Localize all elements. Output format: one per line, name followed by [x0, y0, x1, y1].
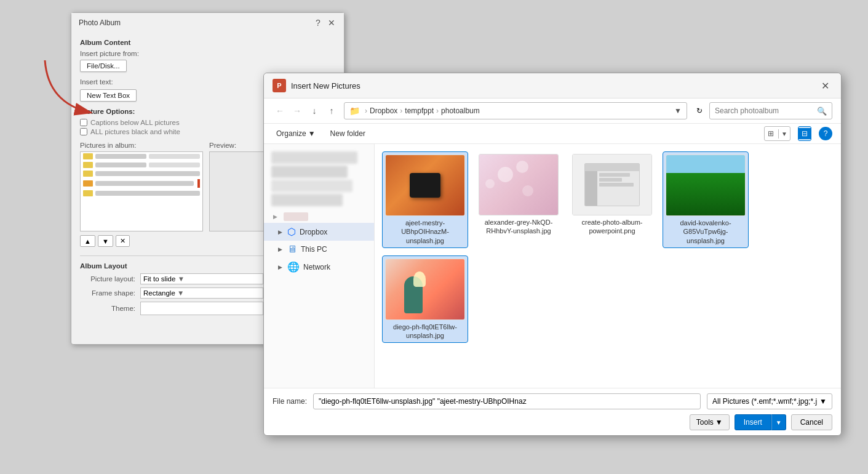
insert-picture-label: Insert picture from:: [80, 50, 335, 57]
insert-button[interactable]: Insert: [735, 414, 771, 430]
filetype-dropdown[interactable]: All Pictures (*.emf;*.wmf;*.jpg;*.j ▼: [707, 393, 832, 409]
network-label: Network: [303, 263, 330, 271]
insert-close-button[interactable]: ✕: [818, 78, 832, 93]
nav-forward-button[interactable]: →: [290, 103, 305, 118]
nav-up-button[interactable]: ↑: [324, 103, 339, 118]
screenshot-thumbnail: [573, 155, 651, 215]
bulb-shape: [413, 271, 426, 287]
new-folder-button[interactable]: New folder: [327, 127, 369, 140]
list-item: [81, 161, 202, 169]
refresh-button[interactable]: ↻: [692, 103, 707, 118]
blackwhite-label: ALL pictures black and white: [90, 128, 180, 135]
mini-bar3: [599, 183, 634, 187]
nav-down-button[interactable]: ↓: [307, 103, 322, 118]
move-down-button[interactable]: ▼: [98, 235, 113, 247]
file-item-screenshot[interactable]: create-photo-album-powerpoint.png: [569, 151, 655, 248]
titlebar-controls: ? ✕: [313, 18, 336, 28]
search-input[interactable]: [715, 106, 817, 115]
frame-shape-label: Frame shape:: [80, 289, 135, 297]
move-up-button[interactable]: ▲: [80, 235, 95, 247]
organize-label: Organize: [276, 129, 306, 138]
frame-shape-dropdown[interactable]: Rectangle ▼: [140, 287, 263, 299]
sidebar-item-network[interactable]: ▶ 🌐 Network: [264, 258, 374, 276]
file-thumbnail-alexander: [479, 154, 559, 215]
blackwhite-checkbox[interactable]: [80, 128, 87, 135]
new-text-box-button[interactable]: New Text Box: [80, 89, 137, 102]
nav-back-button[interactable]: ←: [273, 103, 287, 118]
cancel-button[interactable]: Cancel: [791, 414, 832, 430]
filename-input[interactable]: [313, 393, 701, 409]
file-thumbnail-ajeet: [385, 155, 465, 216]
delete-button[interactable]: ✕: [116, 235, 130, 247]
bokeh-c4: [522, 185, 533, 196]
dialog-title: Photo Album: [79, 18, 121, 27]
picture-layout-value: Fit to slide: [143, 275, 175, 283]
powerpoint-icon: P: [273, 79, 286, 92]
path-tempfppt[interactable]: tempfppt: [405, 106, 434, 115]
dropbox-icon: ⬡: [287, 226, 296, 238]
theme-label: Theme:: [80, 305, 135, 312]
captions-label: Captions below ALL pictures: [90, 119, 180, 126]
file-item-alexander[interactable]: alexander-grey-NkQD-RHhbvY-unsplash.jpg: [476, 151, 562, 248]
forest-trees: [666, 173, 745, 215]
view-list-dropdown[interactable]: ▼: [778, 129, 790, 139]
insert-button-group: Insert ▼: [735, 414, 786, 430]
dialog-titlebar: Photo Album ? ✕: [71, 13, 344, 33]
tools-button[interactable]: Tools ▼: [690, 414, 730, 430]
list-item: [81, 152, 202, 161]
theme-input[interactable]: [140, 302, 263, 315]
path-dropdown-arrow[interactable]: ▼: [674, 106, 682, 115]
frame-shape-value: Rectangle: [143, 289, 175, 297]
thispc-expand-icon: ▶: [276, 246, 284, 253]
picture-layout-label: Picture layout:: [80, 275, 135, 283]
album-content-label: Album Content: [80, 39, 335, 46]
view-large-icon-button[interactable]: ⊟: [798, 126, 811, 141]
picture-layout-dropdown[interactable]: Fit to slide ▼: [140, 273, 263, 284]
file-label-ajeet: ajeet-mestry-UBhpOIHnazM-unsplash.jpg: [385, 219, 465, 245]
sidebar-expand-row: ▶: [264, 211, 374, 223]
sidebar-item-dropbox[interactable]: ▶ ⬡ Dropbox: [264, 223, 374, 241]
sidebar-item-thispc[interactable]: ▶ 🖥 This PC: [264, 241, 374, 258]
bokeh-c1: [498, 167, 513, 182]
file-grid: ajeet-mestry-UBhpOIHnazM-unsplash.jpg al…: [375, 144, 841, 388]
captions-checkbox[interactable]: [80, 119, 87, 126]
file-item-ajeet[interactable]: ajeet-mestry-UBhpOIHnazM-unsplash.jpg: [382, 151, 468, 248]
path-dropbox[interactable]: Dropbox: [370, 106, 397, 115]
filename-label: File name:: [273, 397, 307, 406]
insert-titlebar: P Insert New Pictures ✕: [264, 73, 841, 98]
filetype-value: All Pictures (*.emf;*.wmf;*.jpg;*.j: [712, 397, 817, 406]
tools-dropdown-icon: ▼: [715, 418, 723, 427]
mini-bar1: [599, 173, 630, 177]
close-icon[interactable]: ✕: [327, 18, 336, 28]
thispc-label: This PC: [301, 245, 327, 254]
view-toggle-button[interactable]: ⊞ ▼: [764, 126, 790, 141]
toolbar: Organize ▼ New folder ⊞ ▼ ⊟ ?: [264, 124, 841, 144]
view-large-icon: ⊟: [798, 128, 811, 139]
insert-dropdown-button[interactable]: ▼: [771, 414, 786, 430]
help-icon[interactable]: ?: [313, 18, 323, 28]
file-item-david[interactable]: david-kovalenko-G85VuTpw6jg-unsplash.jpg: [663, 151, 749, 248]
list-item: [81, 178, 202, 189]
expand-icon[interactable]: ▶: [271, 213, 279, 220]
file-label-alexander: alexander-grey-NkQD-RHhbvY-unsplash.jpg: [479, 218, 559, 236]
dropbox-label: Dropbox: [300, 228, 327, 236]
organize-dropdown-icon: ▼: [308, 129, 316, 138]
screenshot-inner: [584, 163, 640, 206]
file-label-diego: diego-ph-flq0tET6llw-unsplash.jpg: [385, 323, 465, 340]
file-label-david: david-kovalenko-G85VuTpw6jg-unsplash.jpg: [666, 219, 746, 245]
network-expand-icon: ▶: [276, 263, 284, 271]
help-button[interactable]: ?: [819, 127, 832, 140]
path-photoalbum[interactable]: photoalbum: [441, 106, 480, 115]
pictures-list[interactable]: [80, 151, 203, 231]
screenshot-body: [585, 171, 639, 206]
file-disk-button[interactable]: File/Disk...: [80, 60, 127, 72]
organize-button[interactable]: Organize ▼: [273, 127, 319, 140]
sidebar-blurred-items: [264, 149, 374, 211]
tv-shape: [410, 173, 440, 198]
file-item-diego[interactable]: diego-ph-flq0tET6llw-unsplash.jpg: [382, 255, 468, 343]
footer-row2: Tools ▼ Insert ▼ Cancel: [273, 414, 832, 430]
title-left: P Insert New Pictures: [273, 79, 360, 92]
insert-dialog-title: Insert New Pictures: [291, 81, 360, 90]
thispc-icon: 🖥: [287, 244, 297, 255]
hand-thumbnail: [386, 259, 464, 319]
